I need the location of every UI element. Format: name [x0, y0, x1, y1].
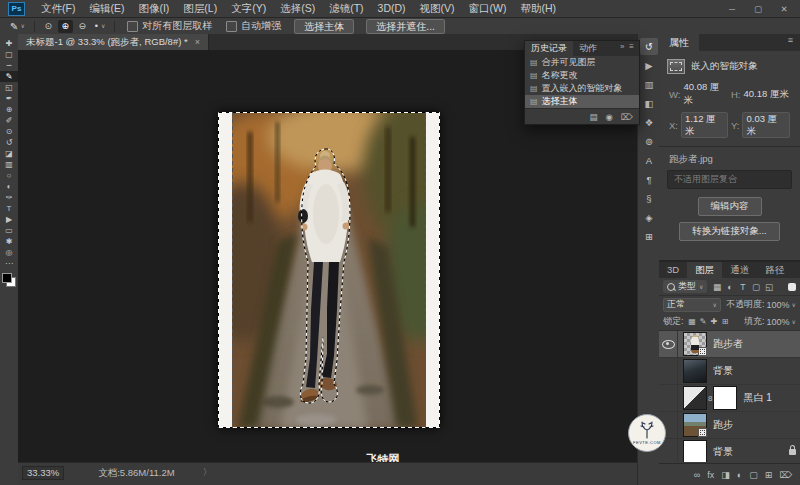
menu-item[interactable]: 窗口(W) [462, 0, 514, 17]
shape-tool[interactable]: ▭ [0, 225, 18, 236]
fill-control[interactable]: 填充: 100% ∨ [744, 315, 796, 328]
tab-history[interactable]: 历史记录 [525, 41, 573, 56]
history-state[interactable]: ▤ 选择主体 [525, 95, 639, 108]
layer-row[interactable]: 8 背景 [659, 358, 800, 385]
auto-enhance-checkbox[interactable]: 自动增强 [226, 19, 281, 33]
lock-transparency-icon[interactable]: ▦ [687, 316, 698, 328]
tool-preset-picker[interactable]: ✎ ∨ [6, 21, 29, 32]
x-position-input[interactable]: 1.12 厘米 [681, 112, 728, 138]
layer-name[interactable]: 背景 [713, 445, 733, 459]
history-state[interactable]: ▤ 置入嵌入的智能对象 [525, 82, 639, 95]
filter-type-layers-icon[interactable]: T [736, 280, 749, 293]
gradient-tool[interactable]: ▥ [0, 159, 18, 170]
blend-mode-select[interactable]: 正常 ∨ [663, 298, 721, 312]
document-image[interactable] [218, 112, 440, 428]
color-swatches[interactable] [2, 273, 16, 287]
layer-name[interactable]: 跑步 [713, 418, 733, 432]
history-panel-icon[interactable]: ↺ [640, 38, 658, 55]
styles-panel-icon[interactable]: ❖ [640, 114, 658, 131]
visibility-toggle[interactable] [659, 331, 678, 357]
filter-shape-layers-icon[interactable]: ▢ [749, 280, 762, 293]
visibility-toggle[interactable] [659, 385, 678, 411]
quick-selection-tool[interactable]: ✎ [0, 71, 18, 82]
collapse-panel-icon[interactable]: » [620, 42, 624, 56]
clone-source-panel-icon[interactable]: ⊚ [640, 133, 658, 150]
add-to-selection-icon[interactable]: ⊕ [58, 20, 73, 33]
character-panel-icon[interactable]: A [640, 152, 658, 169]
link-layers-icon[interactable]: ∞ [694, 470, 700, 480]
new-document-from-state-icon[interactable]: ▤ [590, 112, 598, 122]
history-state[interactable]: ▤ 合并可见图层 [525, 56, 639, 69]
close-button[interactable]: ✕ [778, 4, 790, 14]
lasso-tool[interactable]: ∽ [0, 60, 18, 71]
lock-pixels-icon[interactable]: ✎ [698, 316, 709, 328]
glyphs-panel-icon[interactable]: § [640, 190, 658, 207]
brush-tool[interactable]: ✐ [0, 115, 18, 126]
layer-row[interactable]: 8 背景 [659, 439, 800, 462]
opacity-control[interactable]: 不透明度: 100% ∨ [726, 298, 796, 311]
new-adjustment-layer-icon[interactable]: ◐ [737, 470, 742, 480]
sample-all-layers-checkbox[interactable]: 对所有图层取样 [127, 19, 212, 33]
crop-tool[interactable]: ◱ [0, 82, 18, 93]
actions-panel-icon[interactable]: ▶ [640, 57, 658, 74]
delete-state-icon[interactable]: ⌦ [621, 112, 633, 122]
filter-smart-objects-icon[interactable]: ◱ [762, 280, 775, 293]
panel-tab[interactable]: 路径 [757, 262, 792, 278]
zoom-tool[interactable]: ◎ [0, 247, 18, 258]
y-position-input[interactable]: 0.03 厘米 [742, 112, 790, 138]
libraries-panel-icon[interactable]: ▥ [640, 76, 658, 93]
maximize-button[interactable]: ▢ [752, 4, 764, 14]
menu-item[interactable]: 文字(Y) [224, 0, 273, 17]
menu-item[interactable]: 图层(L) [176, 0, 224, 17]
edit-toolbar-button[interactable]: ⋯ [0, 258, 18, 269]
clone-stamp-tool[interactable]: ⊙ [0, 126, 18, 137]
filter-adjustment-layers-icon[interactable]: ◐ [723, 280, 736, 293]
new-selection-icon[interactable]: ⊙ [41, 20, 56, 33]
layer-thumbnail[interactable] [683, 386, 707, 410]
filter-pixel-layers-icon[interactable]: ▦ [710, 280, 723, 293]
move-tool[interactable]: ✚ [0, 38, 18, 49]
add-layer-mask-icon[interactable]: ◨ [721, 470, 730, 480]
layer-filter-kind-select[interactable]: 类型 ∨ [663, 280, 707, 293]
tab-properties[interactable]: 属性 [659, 34, 699, 51]
navigator-panel-icon[interactable]: ⊞ [640, 228, 658, 245]
layer-thumbnail[interactable] [683, 440, 707, 462]
minimize-button[interactable]: ─ [726, 4, 738, 14]
blur-tool[interactable]: ○ [0, 170, 18, 181]
new-snapshot-icon[interactable]: ◉ [606, 112, 613, 122]
panel-tab[interactable]: 通道 [722, 262, 757, 278]
subtract-from-selection-icon[interactable]: ⊖ [75, 20, 90, 33]
layer-thumbnail[interactable] [683, 359, 707, 383]
history-state[interactable]: ▤ 名称更改 [525, 69, 639, 82]
info-panel-icon[interactable]: ◈ [640, 209, 658, 226]
select-and-mask-button[interactable]: 选择并遮住... [366, 19, 444, 34]
layer-name[interactable]: 黑白 1 [743, 391, 771, 405]
path-selection-tool[interactable]: ▶ [0, 214, 18, 225]
layer-row[interactable]: 8 跑步 [659, 412, 800, 439]
close-document-icon[interactable]: × [195, 37, 200, 47]
menu-item[interactable]: 3D(D) [371, 0, 413, 17]
menu-item[interactable]: 图像(I) [131, 0, 176, 17]
zoom-level-input[interactable]: 33.33% [22, 466, 64, 480]
layer-style-icon[interactable]: fx [707, 470, 714, 480]
brush-size-picker[interactable]: • ∨ [91, 21, 110, 31]
lock-position-icon[interactable]: ✚ [709, 316, 720, 328]
hand-tool[interactable]: ✱ [0, 236, 18, 247]
marquee-tool[interactable]: ▢ [0, 49, 18, 60]
panel-menu-icon[interactable]: ≡ [781, 34, 800, 51]
delete-layer-icon[interactable]: ⌦ [779, 470, 792, 480]
layer-name[interactable]: 背景 [713, 364, 733, 378]
pen-tool[interactable]: ✑ [0, 192, 18, 203]
foreground-color-swatch[interactable] [2, 273, 12, 283]
menu-item[interactable]: 编辑(E) [82, 0, 131, 17]
menu-item[interactable]: 滤镜(T) [322, 0, 370, 17]
dodge-tool[interactable]: ◐ [0, 181, 18, 192]
history-brush-tool[interactable]: ↺ [0, 137, 18, 148]
visibility-toggle[interactable] [659, 358, 678, 384]
lock-artboard-icon[interactable]: ⊞ [720, 316, 731, 328]
filter-toggle[interactable] [788, 283, 796, 291]
healing-brush-tool[interactable]: ⊕ [0, 104, 18, 115]
new-group-icon[interactable]: ▢ [749, 470, 758, 480]
layer-mask-thumbnail[interactable] [713, 386, 737, 410]
panel-tab[interactable]: 图层 [687, 262, 722, 278]
